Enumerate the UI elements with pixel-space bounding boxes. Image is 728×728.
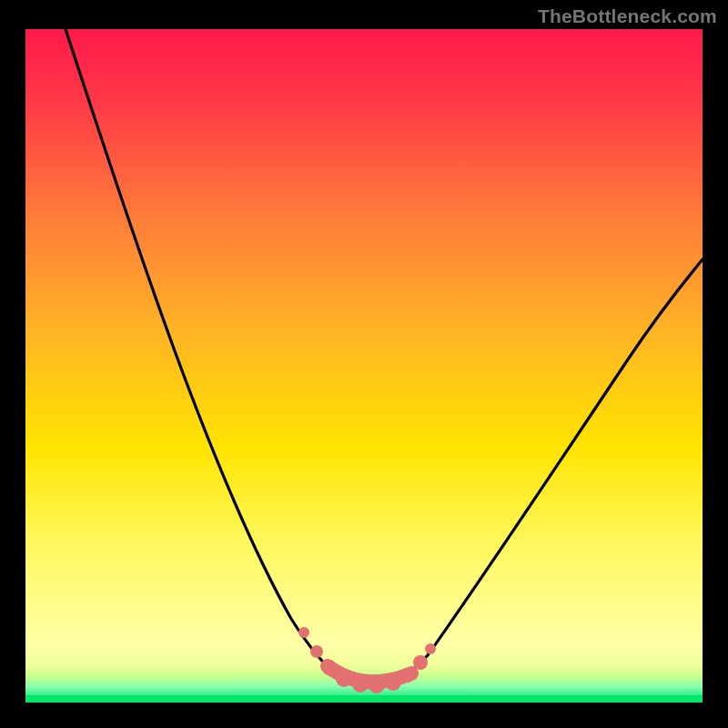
bottom-green-band xyxy=(25,644,703,703)
bottleneck-chart-svg xyxy=(0,0,728,728)
svg-point-2 xyxy=(310,645,323,658)
green-baseline xyxy=(25,695,703,703)
svg-point-1 xyxy=(298,627,309,638)
watermark-text: TheBottleneck.com xyxy=(538,5,717,27)
gradient-background xyxy=(25,29,703,644)
svg-point-10 xyxy=(425,643,436,654)
chart-stage: TheBottleneck.com xyxy=(0,0,728,728)
